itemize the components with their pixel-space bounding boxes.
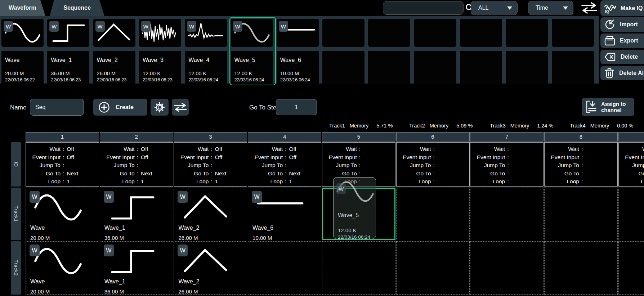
swap-arrows-icon bbox=[581, 2, 598, 14]
sequence-name-input[interactable] bbox=[30, 99, 84, 116]
sort-direction-button[interactable] bbox=[581, 1, 598, 14]
track-cell[interactable]: W Wave_1 36.00 M bbox=[100, 188, 173, 240]
sequence-swap-button[interactable] bbox=[172, 99, 189, 116]
step-parameters-cell[interactable]: Wait:Off Event Input:Off Jump To: Go To:… bbox=[248, 142, 321, 187]
waveform-card-info: Wave_2 26.00 M 22/03/16 06:23 bbox=[93, 51, 135, 84]
waveform-date: 22/03/16 06:22 bbox=[5, 77, 35, 82]
track-cell[interactable] bbox=[470, 188, 544, 240]
track-cell[interactable] bbox=[618, 188, 644, 240]
waveform-thumbnail: W bbox=[1, 19, 44, 47]
goto-step-label: Go To Step bbox=[249, 104, 280, 111]
sort-mode-dropdown[interactable]: Time bbox=[528, 1, 573, 15]
search-input[interactable] bbox=[383, 5, 465, 11]
sequence-settings-button[interactable] bbox=[151, 99, 169, 116]
track-cell[interactable]: W Wave 20.00 M bbox=[26, 241, 99, 295]
w-badge: W bbox=[279, 21, 288, 32]
gear-icon bbox=[153, 101, 166, 113]
track-waveform-name: Wave_1 bbox=[104, 225, 125, 231]
make-iq-button[interactable]: IQ Make IQ bbox=[600, 0, 644, 16]
ghost-name: Wave_5 bbox=[338, 212, 359, 219]
track-cell[interactable] bbox=[470, 241, 544, 295]
track-waveform-name: Wave_2 bbox=[178, 225, 199, 231]
waveform-card[interactable]: W Wave_2 26.00 M 22/03/16 06:23 bbox=[93, 19, 135, 82]
track-cell[interactable] bbox=[618, 241, 644, 295]
waveform-thumbnail: W bbox=[185, 19, 227, 47]
assign-to-channel-button[interactable]: Assign tochannel bbox=[582, 98, 634, 116]
waveform-card[interactable]: W Wave_4 12.00 K 22/03/16 06:24 bbox=[185, 19, 227, 82]
waveform-size: 12.00 K bbox=[234, 71, 252, 76]
waveform-card[interactable]: W Wave_1 36.00 M 22/03/16 06:23 bbox=[47, 19, 89, 82]
step-parameters-cell[interactable]: Wait:Off Event Input:Off Jump To: Go To:… bbox=[100, 142, 173, 187]
track-waveform-size: 20.00 M bbox=[30, 288, 50, 295]
waveform-card-info: Wave 20.00 M 22/03/16 06:22 bbox=[1, 51, 44, 84]
delete-tag-icon bbox=[604, 52, 616, 62]
waveform-name: Wave_2 bbox=[97, 57, 118, 63]
track-cell[interactable] bbox=[248, 241, 321, 295]
w-badge: W bbox=[141, 21, 151, 32]
delete-all-button[interactable]: Delete All bbox=[600, 66, 644, 80]
waveform-name: Wave_6 bbox=[280, 57, 301, 63]
track-cell[interactable]: W Wave 20.00 M bbox=[26, 188, 99, 240]
swap-arrows-icon bbox=[174, 102, 187, 113]
step-column-header: 1 bbox=[26, 132, 99, 142]
track-waveform-size: 20.00 M bbox=[30, 235, 50, 241]
waveform-name: Wave bbox=[5, 57, 19, 63]
waveform-card[interactable]: W Wave_6 10.00 M 22/03/16 06:24 bbox=[277, 19, 319, 82]
w-badge: W bbox=[104, 191, 114, 203]
w-badge: W bbox=[178, 191, 188, 203]
waveform-thumbnail: W bbox=[231, 19, 273, 47]
waveform-thumbnail: W bbox=[47, 19, 89, 47]
search-box[interactable] bbox=[383, 1, 464, 15]
tab-sequence[interactable]: Sequence bbox=[50, 0, 104, 16]
track-waveform-name: Wave_1 bbox=[104, 278, 125, 285]
create-button[interactable]: Create bbox=[93, 99, 147, 116]
track-cell[interactable]: W Wave_6 10.00 M bbox=[248, 188, 321, 240]
step-parameters-cell[interactable]: Wait:Off Event Input:Off Jump To: Go To:… bbox=[174, 142, 247, 187]
w-badge: W bbox=[104, 245, 114, 256]
assign-channel-icon bbox=[585, 100, 598, 114]
track-cell[interactable]: W Wave_2 26.00 M bbox=[174, 241, 247, 295]
track-cell[interactable] bbox=[544, 241, 618, 295]
track-waveform-size: 26.00 M bbox=[178, 288, 198, 295]
waveform-library-panel: W Wave 20.00 M 22/03/16 06:22 W Wave_1 3… bbox=[0, 16, 599, 84]
ghost-size: 12.00 K bbox=[338, 227, 357, 233]
waveform-card[interactable]: W Wave 20.00 M 22/03/16 06:22 bbox=[1, 19, 44, 82]
waveform-date: 22/03/16 06:24 bbox=[188, 77, 218, 82]
waveform-card-selected[interactable]: W Wave_5 12.00 K 22/03/16 06:24 bbox=[231, 19, 273, 82]
track-waveform-size: 26.00 M bbox=[178, 235, 198, 241]
track-waveform-name: Wave bbox=[30, 225, 45, 231]
step-column-header: 3 bbox=[174, 132, 247, 142]
step-parameters-cell[interactable]: Wait:Off Event Input:Off Jump To: Go To:… bbox=[26, 142, 99, 187]
delete-label: Delete bbox=[621, 54, 638, 60]
step-parameters-cell[interactable]: Wait: Event Input: Jump To: Go To: Loop: bbox=[396, 142, 470, 187]
step-column-header: 6 bbox=[396, 132, 470, 142]
track-cell[interactable]: W Wave_2 26.00 M bbox=[174, 188, 247, 240]
delete-button[interactable]: Delete bbox=[600, 50, 644, 64]
chevron-down-icon bbox=[563, 6, 568, 10]
export-button[interactable]: Export bbox=[600, 33, 644, 48]
goto-step-input[interactable] bbox=[276, 99, 317, 115]
empty-waveform-slot bbox=[414, 19, 456, 82]
step-parameters-cell[interactable]: Wait: Event Input: Jump To: Go To: Loop: bbox=[470, 142, 544, 187]
track-cell[interactable]: W Wave_1 36.00 M bbox=[100, 241, 173, 295]
filter-type-dropdown[interactable]: ALL bbox=[471, 1, 518, 15]
track-cell[interactable] bbox=[322, 241, 395, 295]
step-parameters-cell[interactable]: Wait: Event Input: Jump To: Go To: Loop: bbox=[618, 142, 644, 187]
tab-sequence-label: Sequence bbox=[63, 5, 91, 11]
tab-waveform[interactable]: Waveform bbox=[0, 0, 45, 16]
drag-ghost-wave5: W Wave_5 12.00 K 22/03/16 06:24 bbox=[333, 177, 376, 239]
track-waveform-name: Wave_6 bbox=[252, 225, 273, 231]
track-cell[interactable] bbox=[396, 188, 470, 240]
waveform-card-info: Wave_1 36.00 M 22/03/16 06:23 bbox=[47, 51, 89, 84]
track-cell[interactable] bbox=[396, 241, 470, 295]
step-parameters-cell[interactable]: Wait: Event Input: Jump To: Go To: Loop: bbox=[544, 142, 618, 187]
waveform-card[interactable]: W Wave_3 12.00 K 22/03/16 06:23 bbox=[139, 19, 181, 82]
waveform-name: Wave_5 bbox=[234, 57, 255, 63]
waveform-size: 10.00 M bbox=[280, 71, 299, 76]
waveform-card-info: Wave_5 12.00 K 22/03/16 06:24 bbox=[231, 51, 273, 84]
w-badge: W bbox=[336, 183, 346, 194]
track-cell[interactable] bbox=[544, 188, 618, 240]
waveform-name: Wave_1 bbox=[51, 57, 72, 63]
step-column-header: 2 bbox=[100, 132, 173, 142]
import-button[interactable]: Import bbox=[600, 17, 644, 32]
